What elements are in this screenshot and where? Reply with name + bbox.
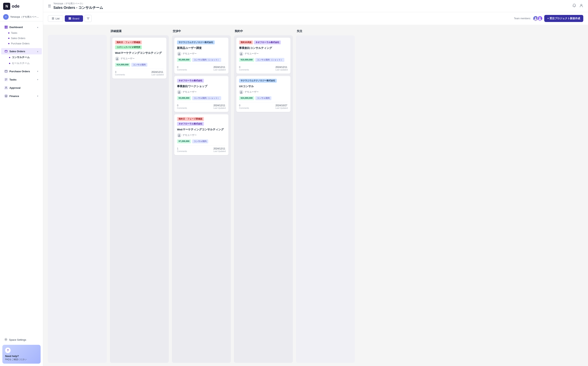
user-avatar: [177, 90, 181, 94]
menu-toggle-icon[interactable]: ☰: [48, 4, 51, 8]
list-view-button[interactable]: List: [48, 15, 63, 22]
main-nav: Dashboard ▲ Tasks Sales Orders Purchase …: [0, 23, 43, 47]
sidebar-item-finance[interactable]: Finance ▼: [1, 93, 42, 99]
table-row[interactable]: ネオフローラル株式会社事業創出ワークショップ デモユーザー ¥3,000,000…: [174, 76, 228, 112]
sidebar-item-dashboard[interactable]: Dashboard ▲: [1, 24, 42, 30]
amount-badge: コンサル契約（ショット）: [192, 58, 221, 62]
new-project-button[interactable]: + 受注プロジェクト新規作成: [544, 15, 583, 22]
svg-point-17: [117, 58, 118, 59]
approval-icon: [4, 86, 8, 90]
user-name: デモユーザー: [245, 52, 259, 55]
column-header-contracted: 契約中: [234, 28, 293, 35]
table-row[interactable]: 契約日・フェーズ要確認コズミックバイオ研究所Webマーケティングコンサルティング…: [112, 38, 166, 78]
svg-point-19: [179, 91, 180, 92]
notification-icon[interactable]: [572, 4, 576, 8]
amount-badge: ¥14,000,000: [115, 63, 130, 67]
sidebar-item-purchase-orders[interactable]: Purchase Orders ▼: [1, 68, 42, 74]
page-title: Sales Orders - コンサルチーム: [53, 5, 103, 10]
sales-orders-icon: [4, 49, 8, 53]
card-title: Webマーケティングコンサルティング: [177, 128, 226, 131]
card-tag: サクラニウムテクノロジー株式会社: [239, 79, 277, 83]
sidebar-item-sales-orders-top[interactable]: Sales Orders: [1, 36, 42, 41]
main-content: ☰ Yorozuya（デモ用スペース） Sales Orders - コンサルチ…: [43, 0, 588, 366]
table-row[interactable]: サクラニウムテクノロジー株式会社UXコンサル デモユーザー ¥24,000,00…: [236, 76, 290, 112]
sidebar-item-approval-label: Approval: [9, 86, 20, 89]
logo-text: ode: [12, 4, 19, 9]
sidebar-item-sales-team[interactable]: セールスチーム: [1, 61, 42, 66]
purchase-orders-icon: [4, 69, 8, 73]
column-header-lost: 失注: [296, 28, 355, 35]
filter-button[interactable]: [85, 15, 92, 22]
svg-rect-5: [6, 27, 7, 29]
workspace-name: Yorozuya（デモ用スペー…: [10, 15, 39, 19]
sidebar-item-purchase-orders-top[interactable]: Purchase Orders: [1, 41, 42, 46]
user-name: デモユーザー: [183, 52, 197, 55]
column-contracted: 契約中契約未承認ネオフローラル株式会社事業創出コンサルティング デモユーザー ¥…: [234, 28, 293, 363]
logo-icon: N: [3, 3, 10, 10]
amount-badge: コンサル契約: [255, 96, 271, 100]
svg-point-10: [6, 339, 7, 340]
date-label: Last Updated: [275, 69, 288, 71]
card-title: Webマーケティングコンサルティング: [115, 51, 164, 55]
svg-rect-14: [71, 17, 71, 20]
date-value: 2024/12/11: [275, 66, 287, 69]
user-name: デモユーザー: [183, 90, 197, 94]
page-header: ☰ Yorozuya（デモ用スペース） Sales Orders - コンサルチ…: [43, 0, 588, 12]
logo-area: N ode: [0, 0, 43, 13]
sidebar: N ode Y Yorozuya（デモ用スペー… Dashboard ▲ Tas…: [0, 0, 43, 366]
sidebar-item-consul-team[interactable]: コンサルチーム: [1, 55, 42, 60]
workspace-selector[interactable]: Y Yorozuya（デモ用スペー…: [0, 13, 43, 21]
finance-chevron: ▼: [37, 95, 39, 97]
board-label: Board: [72, 17, 79, 20]
column-body-contracted: 契約未承認ネオフローラル株式会社事業創出コンサルティング デモユーザー ¥10,…: [234, 35, 293, 363]
card-date: 2024/12/11 Last Updated: [214, 104, 226, 109]
list-label: List: [56, 17, 60, 20]
card-tag: サクラニウムテクノロジー株式会社: [177, 40, 215, 44]
svg-text:Y: Y: [5, 16, 7, 18]
comments-label: Comments: [239, 107, 249, 109]
user-avatar: [177, 133, 181, 137]
member-avatar-2: [537, 16, 543, 21]
purchase-orders-dot: [8, 43, 9, 44]
card-title: 新商品ユーザー調査: [177, 46, 226, 50]
svg-point-18: [179, 53, 180, 54]
sidebar-item-tasks[interactable]: Tasks: [1, 30, 42, 36]
space-settings-item[interactable]: Space Settings: [2, 336, 41, 343]
comments-label: Comments: [177, 107, 187, 109]
sidebar-item-sales-team-label: セールスチーム: [12, 62, 30, 65]
card-footer: 3 Comments 2024/12/11 Last Updated: [115, 69, 164, 76]
date-value: 2024/12/11: [214, 66, 225, 69]
team-members-label: Team members:: [514, 17, 531, 20]
card-date: 2024/12/11 Last Updated: [151, 70, 164, 76]
card-tag: ネオフローラル株式会社: [254, 40, 281, 44]
user-avatar: [177, 52, 181, 56]
column-body-detailed-proposal: 契約日・フェーズ要確認コズミックバイオ研究所Webマーケティングコンサルティング…: [110, 35, 169, 363]
finance-section: Finance ▼: [0, 92, 43, 100]
card-title: 事業創出ワークショップ: [177, 85, 226, 88]
table-row[interactable]: 契約日・フェーズ要確認ネオフローラル株式会社Webマーケティングコンサルティング…: [174, 114, 228, 155]
sidebar-item-purchase-orders-label: Purchase Orders: [9, 70, 30, 73]
help-subtitle: FAQをご確認ください: [5, 358, 38, 361]
table-row[interactable]: 契約未承認ネオフローラル株式会社事業創出コンサルティング デモユーザー ¥10,…: [236, 38, 290, 74]
approval-section: Approval: [0, 84, 43, 92]
sidebar-item-tasks-main[interactable]: Tasks ▼: [1, 76, 42, 83]
svg-point-22: [241, 91, 242, 92]
sidebar-item-sales-orders[interactable]: Sales Orders ▲: [1, 48, 42, 54]
amount-badge: コンサル契約: [192, 139, 208, 143]
sidebar-item-approval[interactable]: Approval: [1, 85, 42, 91]
board-view-button[interactable]: Board: [65, 15, 83, 22]
settings-icon: [4, 338, 7, 342]
column-header-negotiating: 交渉中: [172, 28, 231, 35]
card-comments: 0 Comments: [239, 104, 249, 109]
table-row[interactable]: サクラニウムテクノロジー株式会社新商品ユーザー調査 デモユーザー ¥5,000,…: [174, 38, 228, 74]
card-tag: 契約日・フェーズ要確認: [115, 40, 142, 44]
user-icon[interactable]: [579, 4, 583, 8]
card-footer: 0 Comments 2024/10/27 Last Updated: [239, 102, 288, 109]
card-footer: 1 Comments 2024/12/11 Last Updated: [177, 145, 226, 152]
date-value: 2024/12/11: [214, 147, 225, 150]
date-label: Last Updated: [214, 107, 226, 109]
help-box[interactable]: ? Need help? FAQをご確認ください: [2, 345, 41, 364]
card-title: UXコンサル: [239, 85, 288, 88]
sidebar-bottom: Space Settings ? Need help? FAQをご確認ください: [0, 334, 43, 366]
tasks-icon: [4, 78, 8, 81]
